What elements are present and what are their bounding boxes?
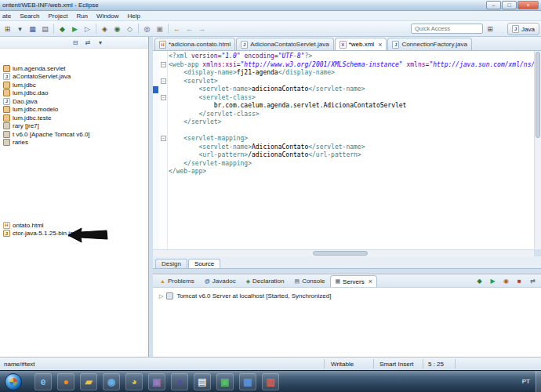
new-icon[interactable]: ⊞ bbox=[2, 23, 13, 34]
java-perspective-button[interactable]: J Java bbox=[507, 23, 539, 35]
fold-collapse-icon[interactable]: − bbox=[161, 62, 166, 67]
eclipse-icon[interactable]: ● bbox=[171, 373, 188, 390]
close-tab-icon[interactable]: × bbox=[378, 42, 382, 48]
fold-collapse-icon[interactable]: − bbox=[161, 95, 166, 100]
code-line[interactable] bbox=[153, 127, 541, 136]
open-type-icon[interactable]: ◇ bbox=[124, 23, 136, 34]
start-button[interactable] bbox=[5, 373, 22, 390]
vertical-scroll-thumb[interactable] bbox=[536, 52, 540, 138]
tree-item[interactable]: t v6.0 [Apache Tomcat v6.0] bbox=[0, 130, 148, 139]
profile-server-icon[interactable]: ◉ bbox=[501, 276, 511, 286]
new-java-project-icon[interactable]: ◈ bbox=[99, 23, 111, 34]
run-icon[interactable]: ▶ bbox=[69, 23, 81, 34]
new-class-icon[interactable]: ◉ bbox=[111, 23, 123, 34]
code-line[interactable]: br.com.caelum.agenda.servlet.AdicionaCon… bbox=[153, 102, 541, 111]
notepad-icon[interactable]: ▤ bbox=[194, 373, 211, 390]
code-line[interactable]: <display-name>fj21-agenda</display-name> bbox=[153, 69, 541, 78]
close-view-icon[interactable]: × bbox=[369, 278, 372, 285]
save-icon[interactable]: ▦ bbox=[27, 23, 38, 34]
editor-tab[interactable]: X*web.xml× bbox=[335, 38, 387, 50]
horizontal-scroll-thumb[interactable] bbox=[313, 251, 368, 256]
tree-item[interactable]: JaContatoServlet.java bbox=[0, 73, 148, 82]
back-icon[interactable]: ← bbox=[183, 23, 195, 34]
tree-item[interactable]: lum.jdbc.modelo bbox=[0, 106, 148, 114]
insert-mode-status: Smart Insert bbox=[379, 361, 414, 368]
code-line[interactable]: − <servlet-mapping> bbox=[153, 135, 541, 143]
language-indicator[interactable]: PT bbox=[522, 378, 530, 385]
tree-item[interactable]: lum.agenda.servlet bbox=[0, 64, 148, 73]
code-line[interactable]: </web-app> bbox=[153, 168, 541, 176]
debug-icon[interactable]: ◆ bbox=[56, 23, 68, 34]
code-line[interactable]: −<web-app xmlns:xsi="http://www.w3.org/2… bbox=[153, 61, 541, 70]
menu-search[interactable]: Search bbox=[20, 13, 39, 20]
code-line[interactable]: <?xml version="1.0" encoding="UTF-8"?> bbox=[153, 53, 541, 61]
code-line[interactable]: <url-pattern>/adicionaContato</url-patte… bbox=[153, 151, 541, 160]
code-line[interactable]: <servlet-name>AdicionaContato</servlet-n… bbox=[153, 143, 541, 152]
view-tab-problems[interactable]: ▲Problems bbox=[155, 275, 199, 287]
menu-run[interactable]: Run bbox=[76, 13, 88, 20]
expand-arrow-icon[interactable]: ▷ bbox=[159, 293, 163, 299]
start-server-icon[interactable]: ▶ bbox=[488, 276, 498, 286]
quick-access-input[interactable]: Quick Access bbox=[411, 24, 483, 34]
firefox-icon[interactable]: ● bbox=[57, 373, 74, 390]
open-perspective-icon[interactable]: ⊞ bbox=[485, 24, 496, 34]
publish-server-icon[interactable]: ⇄ bbox=[528, 276, 538, 286]
last-edit-icon[interactable]: ← bbox=[171, 23, 183, 34]
green-app-icon[interactable]: ▣ bbox=[216, 373, 234, 390]
annotation-column bbox=[153, 94, 159, 103]
code-line[interactable]: − <servlet> bbox=[153, 78, 541, 86]
office-icon[interactable]: ▣ bbox=[148, 373, 165, 390]
view-tab-console[interactable]: ▤Console bbox=[290, 275, 330, 287]
maximize-button[interactable]: □ bbox=[502, 1, 517, 9]
tree-item[interactable]: rary [jre7] bbox=[0, 122, 148, 131]
menu-window[interactable]: Window bbox=[96, 13, 118, 20]
fold-collapse-icon[interactable]: − bbox=[161, 136, 166, 141]
view-tab-javadoc[interactable]: @Javadoc bbox=[200, 275, 241, 287]
menu-project[interactable]: Project bbox=[48, 13, 67, 20]
code-line[interactable]: </servlet-class> bbox=[153, 111, 541, 119]
link-editor-icon[interactable]: ⇄ bbox=[83, 38, 93, 47]
tree-item[interactable]: lum.jdbc.dao bbox=[0, 89, 148, 98]
tree-item[interactable]: lum.jdbc bbox=[0, 81, 148, 89]
chrome-icon[interactable]: ◕ bbox=[125, 373, 143, 390]
editor-horizontal-scrollbar[interactable] bbox=[153, 249, 534, 256]
menu-ate[interactable]: ate bbox=[2, 13, 11, 20]
red-app-icon[interactable]: ▥ bbox=[262, 373, 279, 390]
close-button[interactable]: × bbox=[517, 1, 539, 9]
minimize-button[interactable]: – bbox=[486, 1, 501, 9]
media-player-icon[interactable]: ◉ bbox=[103, 373, 120, 390]
debug-server-icon[interactable]: ◆ bbox=[474, 276, 485, 286]
editor-tab[interactable]: JConnectionFactory.java bbox=[387, 38, 471, 50]
forward-icon[interactable]: → bbox=[196, 23, 208, 34]
tree-item[interactable]: JDao.java bbox=[0, 97, 148, 106]
tree-item[interactable]: raries bbox=[0, 139, 148, 147]
editor-vertical-scrollbar[interactable] bbox=[534, 51, 541, 249]
mark-occurrences-icon[interactable]: ▣ bbox=[154, 23, 165, 34]
view-menu-icon[interactable]: ▾ bbox=[96, 38, 105, 47]
code-line[interactable]: </servlet> bbox=[153, 118, 541, 127]
view-tab-servers[interactable]: ▦Servers× bbox=[330, 275, 376, 287]
tree-item[interactable]: lum.jdbc.teste bbox=[0, 114, 148, 122]
xml-editor[interactable]: <?xml version="1.0" encoding="UTF-8"?>−<… bbox=[153, 51, 541, 249]
fold-collapse-icon[interactable]: − bbox=[161, 78, 166, 84]
internet-explorer-icon[interactable]: e bbox=[34, 373, 52, 390]
external-tools-icon[interactable]: ▷ bbox=[82, 23, 93, 34]
print-icon[interactable]: ▤ bbox=[39, 23, 51, 34]
editor-tab[interactable]: H*adiciona-contato.html bbox=[154, 38, 235, 50]
windows-explorer-icon[interactable]: ▰ bbox=[80, 373, 97, 390]
tab-design[interactable]: Design bbox=[155, 259, 187, 268]
new-dropdown-icon[interactable]: ▾ bbox=[14, 23, 26, 34]
blue-app-icon[interactable]: ▦ bbox=[239, 373, 256, 390]
tab-source[interactable]: Source bbox=[188, 259, 220, 268]
search-icon[interactable]: ◎ bbox=[141, 23, 153, 34]
menu-help[interactable]: Help bbox=[128, 13, 140, 20]
view-tab-declaration[interactable]: ◈Declaration bbox=[241, 275, 289, 287]
code-line[interactable]: </servlet-mapping> bbox=[153, 160, 541, 169]
server-row[interactable]: ▷ Tomcat v6.0 Server at localhost [Start… bbox=[153, 288, 541, 299]
stop-server-icon[interactable]: ■ bbox=[514, 276, 525, 286]
collapse-all-icon[interactable]: ⊟ bbox=[71, 38, 80, 47]
show-desktop-button[interactable] bbox=[536, 371, 541, 392]
code-line[interactable]: <servlet-name>adicionaContato</servlet-n… bbox=[153, 85, 541, 94]
code-line[interactable]: − <servlet-class> bbox=[153, 94, 541, 103]
editor-tab[interactable]: JAdicionaContatoServlet.java bbox=[236, 38, 334, 50]
